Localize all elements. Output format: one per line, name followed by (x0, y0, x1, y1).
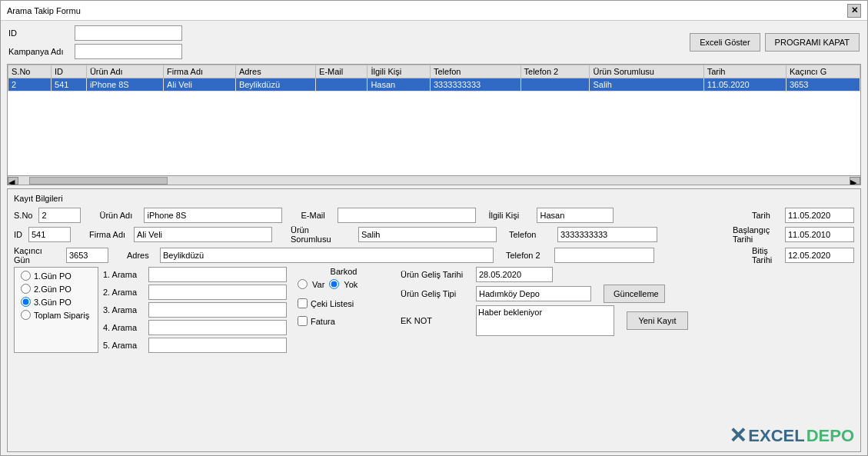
radio-3gun-label: 3.Gün PO (34, 298, 72, 307)
toolbar-fields: ID Kampanya Adı (8, 25, 182, 59)
ceki-listesi-row: Çeki Listesi (298, 298, 390, 308)
table-header-E-Mail: E-Mail (316, 65, 367, 78)
arama-2-label: 2. Arama (103, 288, 145, 297)
adres-input[interactable] (160, 248, 494, 263)
scroll-right-btn[interactable]: ▶ (850, 177, 860, 185)
table-header-S.No: S.No (8, 65, 52, 78)
table-row[interactable]: 2541iPhone 8SAli VeliBeylikdüzüHasan3333… (8, 78, 860, 92)
barkod-yok-radio[interactable] (329, 279, 339, 289)
table-cell: iPhone 8S (86, 78, 163, 92)
id-input[interactable] (75, 25, 182, 41)
adres-label: Adres (127, 251, 154, 260)
arama-row-5: 5. Arama (103, 338, 287, 353)
tarih-label: Tarih (752, 211, 779, 220)
urun-sorumlusu-label: ÜrünSorumlusu (291, 225, 352, 244)
radio-1gun-input[interactable] (21, 271, 31, 281)
urun-gelis-tipi-label: Ürün Geliş Tipi (401, 289, 470, 298)
table-header-ID: ID (52, 65, 87, 78)
fatura-checkbox[interactable] (298, 316, 308, 326)
scroll-left-btn[interactable]: ◀ (8, 177, 18, 185)
kayit-row-2: ID Firma Adı ÜrünSorumlusu Telefon Başla… (14, 225, 854, 244)
fatura-row: Fatura (298, 316, 390, 326)
table-cell: 541 (52, 78, 87, 92)
radio-toplam-label: Toplam Sipariş (34, 311, 89, 320)
telefon-label: Telefon (509, 230, 551, 239)
table-header-Telefon: Telefon (431, 65, 521, 78)
email-input[interactable] (338, 208, 476, 223)
kayit-title: Kayıt Bilgileri (14, 194, 854, 203)
radio-toplam-siparis[interactable]: Toplam Sipariş (21, 310, 91, 320)
scrollbar-thumb[interactable] (29, 177, 168, 185)
arama-1-input[interactable] (148, 267, 287, 282)
right-panel: Ürün Geliş Tarihi Ürün Geliş Tipi Güncel… (401, 267, 854, 353)
watermark: ✕ EXCELDEPO (729, 423, 854, 448)
table-header-Tarih: Tarih (703, 65, 786, 78)
urun-adi-label: Ürün Adı (99, 211, 138, 220)
radio-3gun-po[interactable]: 3.Gün PO (21, 297, 91, 307)
horizontal-scrollbar[interactable]: ◀ ▶ (8, 175, 860, 185)
urun-adi-input[interactable] (144, 208, 282, 223)
arama-5-input[interactable] (148, 338, 287, 353)
table-cell: Beylikdüzü (235, 78, 315, 92)
kayit-row-3: KaçıncıGün Adres Telefon 2 BitişTarihi (14, 246, 854, 265)
fatura-label: Fatura (311, 317, 335, 326)
bottom-section: 1.Gün PO 2.Gün PO 3.Gün PO Toplam Sipari… (14, 267, 854, 353)
table-header-Firma_Adı: Firma Adı (163, 65, 235, 78)
baslangic-tarihi-label: BaşlangıçTarihi (733, 225, 779, 244)
arama-row-3: 3. Arama (103, 302, 287, 318)
ek-not-textarea[interactable] (476, 305, 614, 336)
arama-1-label: 1. Arama (103, 270, 145, 279)
ceki-listesi-label: Çeki Listesi (311, 299, 354, 308)
id-field-input[interactable] (28, 227, 71, 242)
id-field-label: ID (14, 230, 22, 239)
table-header-Telefon_2: Telefon 2 (520, 65, 590, 78)
bitis-tarihi-input[interactable] (785, 248, 854, 263)
radio-group: 1.Gün PO 2.Gün PO 3.Gün PO Toplam Sipari… (14, 267, 98, 353)
kayit-section: Kayıt Bilgileri S.No Ürün Adı E-Mail İlg… (7, 188, 861, 452)
radio-toplam-input[interactable] (21, 310, 31, 320)
kacinci-gun-input[interactable] (66, 248, 108, 263)
ceki-listesi-checkbox[interactable] (298, 298, 308, 308)
arama-3-input[interactable] (148, 302, 287, 318)
telefon-input[interactable] (557, 227, 657, 242)
urun-gelis-tarihi-row: Ürün Geliş Tarihi (401, 267, 854, 282)
campaign-label: Kampanya Adı (8, 47, 70, 56)
radio-3gun-input[interactable] (21, 297, 31, 307)
id-label: ID (8, 28, 70, 38)
arama-4-input[interactable] (148, 320, 287, 335)
urun-sorumlusu-input[interactable] (358, 227, 497, 242)
scrollbar-track (29, 177, 839, 185)
ek-not-label: EK NOT (401, 316, 470, 325)
data-table-container: S.NoIDÜrün AdıFirma AdıAdresE-Mailİlgili… (7, 64, 861, 185)
table-cell: Ali Veli (163, 78, 235, 92)
baslangic-tarihi-input[interactable] (785, 227, 854, 242)
table-cell (520, 78, 590, 92)
data-table: S.NoIDÜrün AdıFirma AdıAdresE-Mailİlgili… (8, 65, 860, 92)
campaign-input[interactable] (75, 44, 182, 59)
title-bar: Arama Takip Formu ✕ (1, 1, 867, 21)
window-close-button[interactable]: ✕ (847, 4, 861, 18)
arama-row-1: 1. Arama (103, 267, 287, 282)
yeni-kayit-button[interactable]: Yeni Kayıt (627, 311, 688, 330)
radio-2gun-po[interactable]: 2.Gün PO (21, 284, 91, 294)
firma-adi-input[interactable] (134, 227, 272, 242)
radio-1gun-po[interactable]: 1.Gün PO (21, 271, 91, 281)
ilgili-kisi-label: İlgili Kişi (488, 211, 530, 220)
telefon2-input[interactable] (554, 248, 654, 263)
radio-2gun-input[interactable] (21, 284, 31, 294)
ilgili-kisi-input[interactable] (537, 208, 614, 223)
sno-input[interactable] (38, 208, 81, 223)
close-program-button[interactable]: PROGRAMI KAPAT (765, 33, 860, 52)
urun-gelis-tarihi-input[interactable] (476, 267, 553, 282)
arama-3-label: 3. Arama (103, 305, 145, 315)
tarih-input[interactable] (785, 208, 854, 223)
barkod-var-radio[interactable] (298, 279, 308, 289)
excel-button[interactable]: Exceli Göster (690, 33, 760, 52)
table-header-Adres: Adres (235, 65, 315, 78)
table-cell: Hasan (367, 78, 431, 92)
urun-gelis-tipi-input[interactable] (476, 286, 591, 301)
watermark-x-icon: ✕ (729, 423, 747, 448)
arama-2-input[interactable] (148, 285, 287, 300)
table-cell: 3333333333 (431, 78, 521, 92)
guncelleme-button[interactable]: Güncelleme (604, 285, 665, 303)
